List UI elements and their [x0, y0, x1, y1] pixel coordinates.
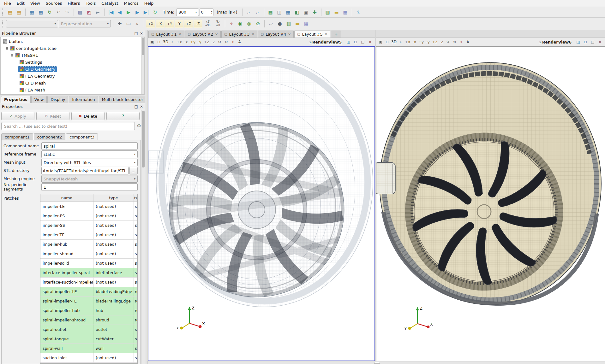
close-view-icon[interactable]: × — [367, 39, 373, 45]
component-tab[interactable]: component3 — [66, 133, 98, 140]
toolbar-grip[interactable] — [2, 20, 4, 27]
rubber-band-select-icon[interactable]: ▭ — [124, 20, 133, 28]
layout-tab[interactable]: ▢ Layout #4 × — [258, 31, 294, 38]
split-vertical-icon[interactable]: ⊟ — [582, 39, 589, 45]
adjust-camera-icon[interactable]: ⊙ — [156, 39, 162, 45]
loop-icon[interactable]: ↻ — [151, 8, 159, 16]
menu-item[interactable]: Edit — [14, 0, 27, 6]
patch-row[interactable] — [40, 363, 137, 364]
axis-plus-y-icon[interactable]: +y — [189, 39, 196, 45]
properties-scrollbar[interactable] — [141, 110, 145, 364]
rotate-ccw-icon[interactable]: ↺ — [217, 39, 223, 45]
patch-row[interactable]: spiral-impeller-LE bladeLeadingEdge rota — [40, 287, 137, 296]
patch-row[interactable]: impeller-hub (not used) stat — [40, 240, 137, 249]
layout-tab[interactable]: ▢ Layout #5 × — [294, 31, 330, 38]
maximize-view-icon[interactable]: ▢ — [590, 39, 596, 45]
zoom-to-data-icon[interactable]: ⌕ — [245, 8, 253, 16]
segments-input[interactable]: 1 — [41, 183, 138, 191]
view-plus-z-button[interactable]: +Z — [184, 20, 193, 28]
patch-row[interactable]: interface-impeller-spiral inletInterface… — [40, 268, 137, 278]
menu-item[interactable]: Help — [141, 0, 157, 6]
show-surface-icon[interactable]: ▦ — [267, 8, 275, 16]
menu-item[interactable]: Macros — [121, 0, 141, 6]
patch-row[interactable]: spiral-outlet outlet stat — [40, 325, 137, 334]
close-tab-icon[interactable]: × — [178, 32, 181, 36]
split-horizontal-icon[interactable]: ◫ — [345, 39, 351, 45]
mesh-input-select[interactable]: Directory with STL files▾ — [41, 159, 138, 166]
view-plus-x-button[interactable]: +X — [146, 20, 155, 28]
menu-item[interactable]: File — [1, 0, 14, 6]
component-tab[interactable]: component2 — [34, 133, 66, 140]
patch-row[interactable]: spiral-wall wall stat — [40, 344, 137, 353]
annotation-icon[interactable]: A — [237, 39, 243, 45]
apply-button[interactable]: ✔Apply — [1, 112, 34, 120]
render-view-2[interactable]: Z X Y — [376, 46, 605, 361]
source-cube-icon[interactable]: ▧ — [76, 8, 84, 16]
layout-tab[interactable]: ▢ Layout #2 × — [185, 31, 221, 38]
measure-ruler-icon[interactable]: ▬ — [293, 20, 302, 28]
pipeline-item[interactable]: FEA Geometry — [1, 73, 144, 79]
split-vertical-icon[interactable]: ⊟ — [352, 39, 359, 45]
patch-row[interactable]: impeller-solid (not used) stat — [40, 259, 137, 268]
axis-minus-x-icon[interactable]: -x — [411, 39, 417, 45]
zoom-icon[interactable]: ⌕ — [398, 39, 404, 45]
undo-icon[interactable]: ↶ — [54, 8, 63, 16]
float-panel-icon[interactable]: □ — [135, 31, 138, 36]
camera-icon[interactable]: ▣ — [149, 39, 155, 45]
close-tab-icon[interactable]: × — [215, 32, 218, 36]
screenshot-icon[interactable]: ▣ — [302, 8, 310, 16]
pipeline-item[interactable]: CFD Mesh — [1, 79, 144, 86]
panel-tab[interactable]: Information — [69, 96, 98, 103]
camera-icon[interactable]: ▣ — [377, 39, 384, 45]
layout-tab[interactable]: ▢ Layout #1 × — [148, 31, 184, 38]
axis-plus-x-icon[interactable]: +x — [176, 39, 183, 45]
reset-button[interactable]: ⊘Reset — [36, 112, 69, 120]
menu-item[interactable]: Sources — [43, 0, 65, 6]
tree-scrollbar[interactable] — [141, 37, 144, 94]
axis-minus-z-icon[interactable]: -z — [438, 39, 445, 45]
axis-minus-y-icon[interactable]: -y — [196, 39, 203, 45]
mode-3d-toggle[interactable]: 3D — [162, 39, 169, 45]
reload-icon[interactable]: ↻ — [45, 8, 54, 16]
center-axes-icon[interactable]: ⌖ — [458, 39, 464, 45]
column-header-frame[interactable]: fra — [134, 194, 137, 202]
menu-item[interactable]: Catalyst — [99, 0, 121, 6]
zoom-to-selection-icon[interactable]: ⌕ — [254, 8, 262, 16]
pipeline-item-tmesh[interactable]: ⊟ TMESH1 — [1, 52, 144, 59]
time-value-combo[interactable]: 800▾ — [176, 9, 199, 16]
axis-minus-x-icon[interactable]: -x — [183, 39, 189, 45]
column-header-type[interactable]: type — [93, 194, 134, 202]
view1-name-link[interactable]: »RenderView5 — [309, 40, 342, 44]
open-file-icon[interactable]: ▤ — [6, 8, 14, 16]
menu-item[interactable]: View — [27, 0, 43, 6]
browse-button[interactable]: ... — [129, 167, 138, 174]
pipeline-item[interactable]: CFD Geometry — [1, 66, 144, 73]
center-axes-icon[interactable]: ⌖ — [230, 39, 236, 45]
ruler-icon[interactable]: ▬ — [332, 8, 341, 16]
histogram-icon[interactable]: ▥ — [285, 20, 293, 28]
view-minus-z-button[interactable]: -Z — [194, 20, 202, 28]
select-arrow-icon[interactable]: ► — [94, 8, 102, 16]
meshing-engine-select[interactable]: SnappyHexMesh▾ — [41, 175, 138, 183]
close-tab-icon[interactable]: × — [252, 32, 255, 36]
clip-icon[interactable]: ◧ — [293, 8, 301, 16]
float-panel-icon[interactable]: □ — [135, 104, 138, 109]
annotation-icon[interactable]: A — [465, 39, 471, 45]
representation-combo[interactable]: Representation▾ — [59, 20, 111, 27]
search-input[interactable] — [1, 122, 135, 130]
view-plus-y-button[interactable]: +Y — [165, 20, 174, 28]
probe-sphere-icon[interactable]: ● — [276, 20, 284, 28]
patch-row[interactable]: spiral-impeller-hub hub rota — [40, 306, 137, 315]
show-center-icon[interactable]: ◉ — [236, 20, 244, 28]
maximize-view-icon[interactable]: ▢ — [360, 39, 366, 45]
selection-combo[interactable]: ▾ — [6, 20, 58, 27]
patch-row[interactable]: impeller-PS (not used) stat — [40, 211, 137, 221]
color-palette-icon[interactable]: ◩ — [85, 8, 93, 16]
zoom-icon[interactable]: ⌕ — [169, 39, 176, 45]
gear-icon[interactable]: ⚙ — [137, 123, 141, 129]
axis-plus-x-icon[interactable]: +x — [404, 39, 411, 45]
zoom-box-icon[interactable]: ⌕ — [133, 20, 141, 28]
component-tab[interactable]: component1 — [1, 133, 33, 140]
pan-camera-icon[interactable]: ✚ — [116, 20, 124, 28]
rotate-90-cw-button[interactable]: ↻-90 — [213, 19, 223, 28]
